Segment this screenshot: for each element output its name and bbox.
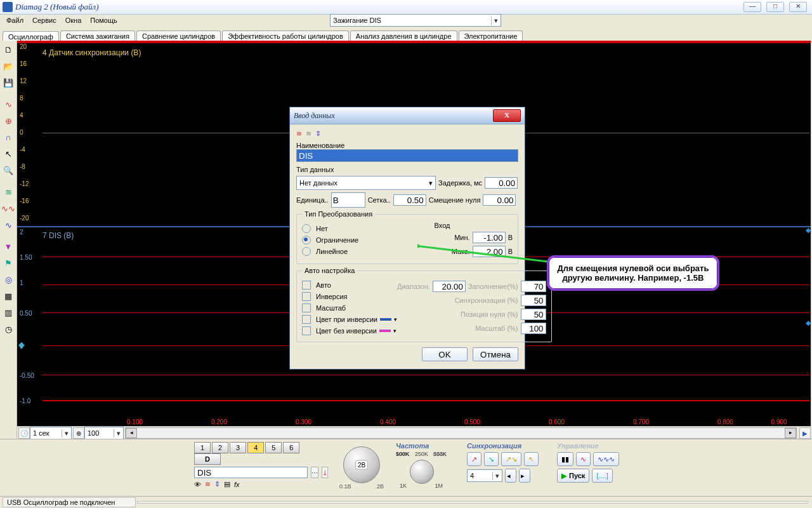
range-input[interactable] [433, 281, 466, 292]
open-file-icon[interactable]: 📂 [1, 58, 16, 74]
mode-select[interactable]: Зажигание DIS ▾ [330, 14, 501, 27]
chk-scale[interactable] [302, 304, 311, 312]
radio-linear[interactable] [302, 247, 311, 256]
chan-btn-3[interactable]: 3 [230, 442, 246, 453]
color-ninv-swatch[interactable] [379, 330, 391, 332]
auto-icon[interactable]: ∿ [1, 97, 16, 112]
delay-input[interactable] [485, 177, 518, 189]
ruler-small-icon[interactable]: ▤ [224, 480, 230, 488]
timebase-select[interactable]: 1 сек▾ [30, 427, 72, 439]
scroll-right-icon[interactable]: ▸ [785, 428, 796, 438]
updown-icon[interactable]: ⇕ [214, 480, 220, 488]
headphones-icon[interactable]: ∩ [1, 130, 16, 145]
ruler-icon[interactable]: ▥ [1, 305, 16, 320]
minimize-button[interactable]: — [743, 2, 761, 12]
save-preset-icon[interactable]: ⤓ [322, 467, 328, 478]
maximize-button[interactable]: □ [766, 2, 784, 12]
horizontal-scrollbar[interactable]: ◂ ▸ [125, 427, 797, 439]
marker-right-2[interactable]: ◆ [806, 319, 811, 327]
menu-windows[interactable]: Окна [62, 15, 86, 25]
tab-pressure[interactable]: Анализ давления в цилиндре [350, 30, 457, 41]
tab-cyl-eff[interactable]: Эффективность работы цилиндров [222, 30, 349, 41]
tab-ignition[interactable]: Система зажигания [60, 30, 135, 41]
dlg-updown-icon[interactable]: ⇕ [315, 130, 321, 138]
radio-limit[interactable] [302, 236, 311, 244]
menu-file[interactable]: Файл [3, 15, 27, 25]
sync-channel-select[interactable]: 4▾ [467, 469, 502, 482]
zoom-select[interactable]: 100▾ [84, 427, 124, 439]
min-input[interactable] [473, 232, 506, 243]
wave1-icon[interactable]: ≋ [1, 184, 16, 199]
chan-btn-4[interactable]: 4 [247, 442, 264, 453]
max-input[interactable] [473, 246, 506, 257]
grid-input[interactable] [393, 194, 426, 206]
freq-knob[interactable] [410, 460, 434, 484]
range-knob[interactable]: 2В [343, 446, 380, 483]
chan-btn-2[interactable]: 2 [212, 442, 228, 453]
dots-button[interactable]: [....] [592, 469, 612, 483]
type-select[interactable]: Нет данных▾ [296, 176, 436, 190]
clock-icon[interactable]: 🕓 [18, 427, 30, 439]
dialog-titlebar[interactable]: Ввод данных X [290, 107, 525, 124]
sync-prev-icon[interactable]: ◂ [505, 469, 516, 483]
zero-input[interactable] [483, 194, 516, 206]
save-file-icon[interactable]: 💾 [1, 75, 16, 90]
zeropos-input[interactable] [521, 309, 546, 320]
syncp-input[interactable] [521, 295, 546, 306]
dlg-wave-a-icon[interactable]: ≋ [296, 130, 302, 138]
run-button[interactable]: ▶Пуск [557, 469, 589, 483]
flag-icon[interactable]: ⚑ [1, 255, 16, 271]
chan-btn-5[interactable]: 5 [265, 442, 282, 453]
chk-auto[interactable] [302, 281, 311, 290]
close-button[interactable]: ✕ [789, 2, 807, 12]
target-icon[interactable]: ◎ [1, 272, 16, 287]
chan-btn-1[interactable]: 1 [194, 442, 211, 453]
radio-none[interactable] [302, 224, 311, 233]
sync-cursor-icon[interactable]: ↖ [524, 452, 539, 466]
new-file-icon[interactable]: 🗋 [1, 42, 16, 57]
unit-input[interactable] [331, 192, 365, 208]
tab-power[interactable]: Электропитание [459, 30, 523, 41]
sync-next-icon[interactable]: ▸ [519, 469, 530, 483]
zoom-icon[interactable]: 🔍 [1, 163, 16, 178]
wave-a-icon[interactable]: ≋ [205, 480, 211, 488]
name-input[interactable] [296, 149, 518, 162]
sync-both-icon[interactable]: ↗↘ [501, 452, 521, 466]
fill-input[interactable] [521, 281, 546, 292]
menu-help[interactable]: Помощь [86, 15, 121, 25]
sync-fall-icon[interactable]: ↘ [484, 452, 499, 466]
dlg-wave-b-icon[interactable]: ≋ [306, 130, 311, 138]
fx-icon[interactable]: fx [234, 481, 240, 488]
eye-icon[interactable]: 👁 [194, 481, 201, 488]
chk-inv[interactable] [302, 292, 311, 301]
gear-icon[interactable]: ◷ [1, 321, 16, 337]
single-wave-button[interactable]: ∿ [576, 452, 591, 466]
arrow-down-icon[interactable]: ▼ [1, 239, 16, 254]
mscale-input[interactable] [521, 323, 546, 334]
pause-button[interactable]: ▮▮ [557, 452, 573, 466]
cancel-button[interactable]: Отмена [473, 347, 518, 361]
chan-btn-d[interactable]: D [194, 453, 221, 465]
chan-btn-6[interactable]: 6 [283, 442, 299, 453]
menu-service[interactable]: Сервис [29, 15, 60, 25]
ok-button[interactable]: OK [422, 347, 468, 361]
zoom-h-icon[interactable]: ⊕ [73, 427, 84, 439]
measure-icon[interactable]: ⊕ [1, 113, 16, 128]
cursor-icon[interactable]: ↖ [1, 146, 16, 161]
dialog-close-icon[interactable]: X [493, 109, 521, 122]
grid-icon[interactable]: ▦ [1, 288, 16, 304]
chk-cinv[interactable] [302, 315, 311, 324]
sync-rise-icon[interactable]: ↗ [467, 452, 481, 466]
chk-cninv[interactable] [302, 326, 311, 335]
multi-wave-button[interactable]: ∿∿∿ [593, 452, 619, 466]
tab-cyl-compare[interactable]: Сравнение цилиндров [136, 30, 221, 41]
marker-right-1[interactable]: ◆ [806, 226, 811, 234]
channel-name-input[interactable] [194, 467, 308, 478]
wave3-icon[interactable]: ∿ [1, 217, 16, 232]
scroll-left-icon[interactable]: ◂ [126, 428, 137, 438]
ellipsis-icon[interactable]: ⋯ [311, 467, 318, 478]
wave2-icon[interactable]: ∿∿ [1, 201, 16, 216]
play-scroll-icon[interactable]: ▶ [799, 427, 811, 439]
color-inv-swatch[interactable] [380, 318, 391, 321]
name-label: Наименование [296, 142, 518, 149]
